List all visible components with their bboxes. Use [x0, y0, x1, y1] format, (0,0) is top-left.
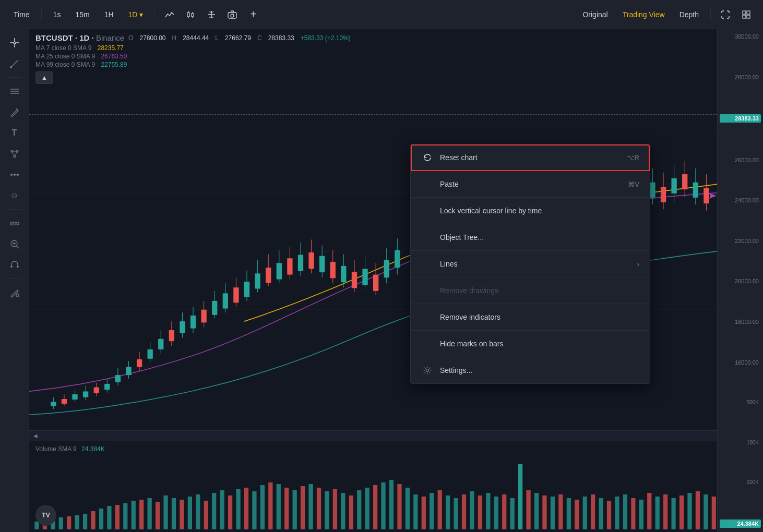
context-menu-settings[interactable]: Settings... [411, 357, 650, 383]
sep3 [710, 8, 711, 21]
lock-cursor-spacer [421, 204, 434, 217]
svg-rect-175 [244, 488, 248, 529]
svg-line-31 [15, 151, 17, 156]
object-tree-label: Object Tree... [440, 233, 484, 241]
close-label: C [257, 34, 262, 42]
context-menu-lock-cursor[interactable]: Lock vertical cursor line by time [411, 198, 650, 224]
context-menu-lines[interactable]: Lines › [411, 251, 650, 277]
context-menu-remove-indicators[interactable]: Remove indicators [411, 304, 650, 331]
svg-rect-57 [62, 399, 67, 404]
trading-view-tab[interactable]: Trading View [617, 8, 670, 21]
svg-rect-185 [325, 491, 329, 529]
context-menu-remove-drawings: Remove drawings [411, 277, 650, 304]
price-22000: 22000.00 [720, 238, 761, 244]
volume-label: Volume SMA 9 24.384K [35, 445, 105, 453]
svg-rect-199 [438, 490, 442, 529]
price-20000: 20000.00 [720, 278, 761, 284]
context-menu-hide-marks[interactable]: Hide marks on bars [411, 331, 650, 357]
context-menu-object-tree[interactable]: Object Tree... [411, 224, 650, 251]
remove-indicators-label: Remove indicators [440, 313, 500, 321]
open-label: O [128, 34, 133, 42]
price-18000: 18000.00 [720, 319, 761, 325]
collapse-button[interactable]: ▲ [35, 71, 53, 84]
main-area: T ☺ [0, 29, 763, 532]
svg-rect-208 [510, 498, 515, 529]
remove-drawings-label: Remove drawings [440, 286, 498, 295]
svg-point-20 [14, 42, 16, 44]
sidebar-pattern-tool[interactable] [5, 165, 24, 184]
svg-rect-202 [462, 494, 466, 529]
svg-rect-231 [696, 491, 700, 529]
svg-rect-224 [639, 500, 643, 529]
svg-rect-3 [192, 14, 194, 17]
reset-chart-label: Reset chart [440, 153, 478, 162]
svg-rect-181 [293, 490, 297, 529]
sidebar-node-tool[interactable] [5, 144, 24, 163]
sidebar-sep3 [7, 279, 22, 279]
price-24000: 24000.00 [720, 197, 761, 203]
interval-1d[interactable]: 1D ▾ [123, 8, 149, 21]
interval-15m[interactable]: 15m [70, 8, 94, 21]
sidebar-ruler-tool[interactable] [5, 214, 24, 233]
time-label: Time [8, 8, 35, 21]
svg-rect-183 [308, 484, 313, 529]
svg-rect-172 [220, 490, 224, 529]
svg-line-30 [12, 151, 15, 156]
context-menu-paste[interactable]: Paste ⌘V [411, 171, 650, 198]
svg-rect-173 [228, 495, 232, 529]
interval-1s[interactable]: 1s [48, 8, 66, 21]
sidebar-draw-lock-tool[interactable] [5, 283, 24, 302]
camera-icon[interactable] [224, 6, 241, 23]
svg-rect-211 [534, 493, 539, 529]
indicator-icon[interactable] [203, 6, 220, 23]
svg-rect-198 [430, 493, 434, 529]
svg-rect-59 [72, 394, 77, 400]
scroll-bar[interactable]: ◀ [29, 430, 717, 441]
svg-rect-61 [83, 391, 88, 397]
original-view[interactable]: Original [577, 8, 613, 21]
svg-rect-93 [255, 273, 260, 288]
svg-rect-230 [687, 493, 692, 529]
interval-1h[interactable]: 1H [99, 8, 119, 21]
svg-rect-188 [349, 495, 353, 529]
sidebar-magnet-tool[interactable] [5, 256, 24, 274]
sidebar-pencil-tool[interactable] [5, 103, 24, 122]
sidebar-emoji-tool[interactable]: ☺ [5, 186, 24, 205]
svg-rect-180 [284, 488, 289, 529]
svg-rect-168 [188, 497, 192, 529]
svg-rect-95 [266, 268, 271, 283]
sidebar-crosshair-tool[interactable] [5, 33, 24, 52]
sidebar-lines-tool[interactable] [5, 82, 24, 101]
svg-rect-232 [704, 494, 708, 529]
context-menu-reset-chart[interactable]: Reset chart ⌥R [411, 144, 650, 171]
scroll-left-icon[interactable]: ◀ [33, 433, 38, 439]
sidebar-line-tool[interactable] [5, 54, 24, 73]
low-label: L [215, 34, 219, 42]
svg-rect-227 [663, 494, 667, 529]
svg-rect-159 [115, 505, 120, 529]
svg-rect-75 [158, 339, 163, 349]
svg-rect-14 [743, 15, 746, 18]
svg-rect-195 [406, 488, 410, 529]
fullscreen-icon[interactable] [717, 6, 734, 23]
svg-rect-191 [373, 485, 377, 529]
svg-rect-171 [212, 493, 216, 529]
sidebar-text-tool[interactable]: T [5, 124, 24, 142]
sidebar-zoom-tool[interactable] [5, 235, 24, 253]
remove-drawings-left: Remove drawings [421, 284, 498, 297]
context-menu: Reset chart ⌥R Paste ⌘V Lock vertical cu… [410, 144, 650, 384]
paste-spacer [421, 178, 434, 190]
add-icon[interactable]: + [245, 6, 261, 23]
lock-cursor-left: Lock vertical cursor line by time [421, 204, 542, 217]
depth-view[interactable]: Depth [674, 8, 704, 21]
svg-rect-223 [631, 498, 635, 529]
candle-chart-icon[interactable] [182, 6, 199, 23]
price-axis: 30000.00 28000.00 28383.33 26000.00 2400… [717, 29, 763, 532]
line-chart-icon[interactable] [161, 6, 178, 23]
svg-rect-193 [389, 480, 394, 529]
layout-icon[interactable] [738, 6, 755, 23]
chart-area[interactable]: BTCUSDT · 1D · Binance O 27800.00 H 2844… [29, 29, 763, 532]
svg-rect-99 [287, 258, 292, 274]
svg-rect-167 [180, 500, 184, 529]
svg-rect-217 [583, 497, 587, 529]
